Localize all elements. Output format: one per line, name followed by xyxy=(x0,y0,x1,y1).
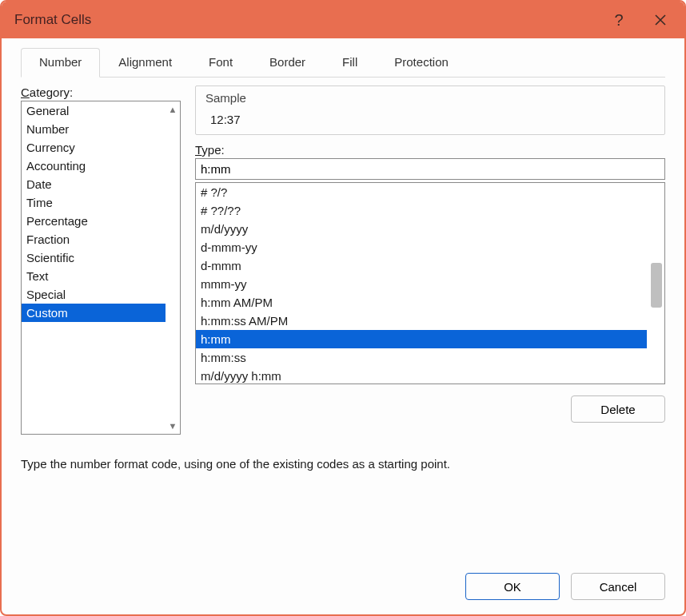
category-item-custom[interactable]: Custom xyxy=(22,304,166,322)
tab-alignment[interactable]: Alignment xyxy=(100,48,190,77)
titlebar: Format Cells ? xyxy=(2,2,684,38)
hint-text: Type the number format code, using one o… xyxy=(21,457,665,471)
scrollbar-thumb[interactable] xyxy=(651,263,662,308)
type-input[interactable] xyxy=(195,158,665,180)
category-item-accounting[interactable]: Accounting xyxy=(22,157,166,175)
type-item[interactable]: mmm-yy xyxy=(196,275,647,293)
type-item[interactable]: m/d/yyyy h:mm xyxy=(196,367,647,384)
category-item-general[interactable]: General xyxy=(22,101,166,120)
close-button[interactable] xyxy=(640,2,681,38)
category-listbox[interactable]: General Number Currency Accounting Date … xyxy=(21,101,181,435)
dialog-body: Number Alignment Font Border Fill Protec… xyxy=(2,38,684,614)
tab-fill[interactable]: Fill xyxy=(324,48,376,77)
sample-box: Sample 12:37 xyxy=(195,85,665,135)
format-cells-dialog: Format Cells ? Number Alignment Font Bor… xyxy=(0,0,686,616)
category-item-number[interactable]: Number xyxy=(22,120,166,138)
category-item-currency[interactable]: Currency xyxy=(22,138,166,157)
type-item[interactable]: h:mm AM/PM xyxy=(196,293,647,312)
category-item-time[interactable]: Time xyxy=(22,193,166,212)
tabstrip: Number Alignment Font Border Fill Protec… xyxy=(21,48,665,77)
sample-value: 12:37 xyxy=(205,113,655,126)
category-item-scientific[interactable]: Scientific xyxy=(22,248,166,267)
scroll-down-icon[interactable]: ▼ xyxy=(166,419,179,432)
type-item[interactable]: # ??/?? xyxy=(196,201,647,220)
dialog-title: Format Cells xyxy=(14,12,598,28)
help-button[interactable]: ? xyxy=(598,2,640,38)
type-label: Type: xyxy=(195,143,665,157)
type-item[interactable]: d-mmm xyxy=(196,256,647,275)
type-item[interactable]: d-mmm-yy xyxy=(196,238,647,256)
cancel-button[interactable]: Cancel xyxy=(571,573,665,600)
close-icon xyxy=(654,14,667,26)
category-item-date[interactable]: Date xyxy=(22,175,166,193)
tab-number[interactable]: Number xyxy=(21,48,100,77)
dialog-footer: OK Cancel xyxy=(21,557,665,600)
category-item-percentage[interactable]: Percentage xyxy=(22,212,166,230)
type-item[interactable]: h:mm xyxy=(196,330,647,348)
ok-button[interactable]: OK xyxy=(465,573,560,600)
tab-protection[interactable]: Protection xyxy=(376,48,467,77)
category-item-special[interactable]: Special xyxy=(22,285,166,304)
scroll-up-icon[interactable]: ▲ xyxy=(166,103,179,116)
type-item[interactable]: h:mm:ss AM/PM xyxy=(196,312,647,330)
type-item[interactable]: m/d/yyyy xyxy=(196,220,647,238)
category-label: Category: xyxy=(21,85,181,99)
type-item[interactable]: # ?/? xyxy=(196,183,647,201)
sample-label: Sample xyxy=(205,91,655,105)
tab-font[interactable]: Font xyxy=(190,48,251,77)
type-item[interactable]: h:mm:ss xyxy=(196,348,647,367)
type-listbox[interactable]: # ?/? # ??/?? m/d/yyyy d-mmm-yy d-mmm mm… xyxy=(195,182,665,384)
delete-button[interactable]: Delete xyxy=(571,395,665,423)
tab-border[interactable]: Border xyxy=(251,48,324,77)
category-item-text[interactable]: Text xyxy=(22,267,166,285)
category-item-fraction[interactable]: Fraction xyxy=(22,230,166,248)
